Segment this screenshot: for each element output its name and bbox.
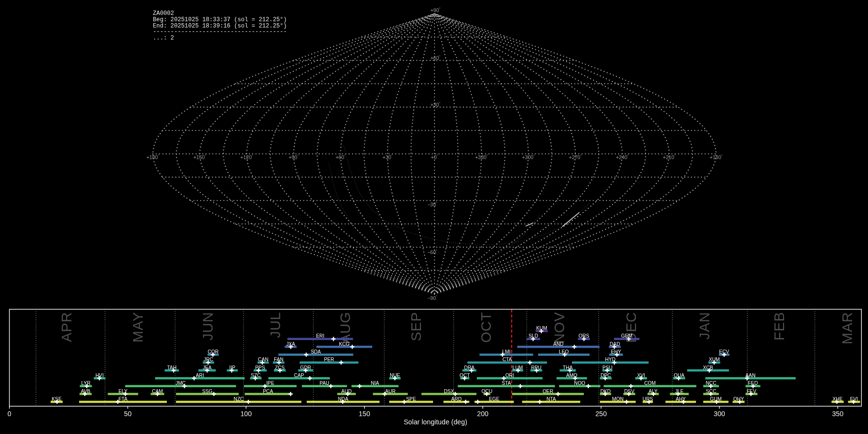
svg-text:NDA: NDA	[338, 396, 349, 402]
svg-text:GDR: GDR	[300, 365, 311, 370]
svg-text:HVI: HVI	[95, 373, 104, 378]
svg-text:TAH: TAH	[167, 365, 176, 370]
svg-text:+240°: +240°	[616, 154, 629, 160]
svg-text:DRA: DRA	[464, 365, 475, 370]
svg-text:OCT: OCT	[460, 373, 470, 378]
svg-text:NOV: NOV	[552, 312, 567, 344]
svg-text:AVB: AVB	[81, 389, 91, 394]
svg-text:JUN: JUN	[200, 312, 216, 340]
svg-text:LUM: LUM	[513, 365, 523, 370]
svg-text:DPC: DPC	[600, 373, 611, 378]
svg-text:CAN: CAN	[258, 357, 269, 362]
svg-text:+300°: +300°	[522, 154, 535, 160]
svg-text:KUM: KUM	[536, 326, 547, 331]
svg-text:ZCS: ZCS	[275, 365, 285, 370]
svg-text:+60°: +60°	[431, 55, 441, 61]
svg-text:SDA: SDA	[311, 349, 321, 354]
svg-text:SCC: SCC	[706, 389, 717, 394]
svg-text:−60°: −60°	[427, 249, 437, 255]
svg-text:GUM: GUM	[710, 396, 722, 402]
svg-text:+30°: +30°	[431, 102, 441, 108]
svg-text:300: 300	[714, 410, 725, 418]
svg-text:LYR: LYR	[81, 380, 90, 386]
svg-text:200: 200	[477, 410, 488, 418]
svg-text:AAN: AAN	[746, 373, 756, 378]
svg-text:AMO: AMO	[566, 373, 577, 378]
svg-text:CTA: CTA	[502, 357, 512, 362]
svg-text:ARI: ARI	[196, 373, 204, 378]
svg-text:PSU: PSU	[602, 365, 612, 370]
svg-text:LEO: LEO	[559, 349, 569, 354]
svg-text:ELY: ELY	[119, 389, 128, 394]
svg-text:+330°: +330°	[475, 154, 488, 160]
svg-text:JUL: JUL	[268, 312, 283, 339]
svg-text:APR: APR	[59, 312, 74, 342]
svg-text:RPU: RPU	[531, 365, 542, 370]
svg-text:ARD: ARD	[451, 396, 462, 402]
svg-text:+150°: +150°	[193, 154, 206, 160]
svg-text:DSV: DSV	[624, 389, 635, 394]
svg-text:NOO: NOO	[574, 380, 585, 386]
svg-text:OCT: OCT	[478, 312, 494, 343]
svg-text:ALY: ALY	[649, 389, 658, 394]
svg-text:SZC: SZC	[251, 373, 260, 378]
svg-text:JLE: JLE	[675, 389, 684, 394]
svg-text:+120°: +120°	[240, 154, 253, 160]
svg-text:PER: PER	[324, 357, 334, 362]
svg-text:−90°: −90°	[427, 295, 437, 301]
svg-text:50: 50	[124, 410, 132, 418]
svg-text:EGE: EGE	[489, 396, 500, 402]
svg-text:100: 100	[240, 410, 252, 418]
svg-text:ERI: ERI	[316, 333, 325, 339]
svg-text:DAD: DAD	[610, 341, 620, 347]
svg-text:ECV: ECV	[719, 349, 729, 354]
svg-text:FEV: FEV	[746, 389, 756, 394]
svg-text:THA: THA	[563, 365, 573, 370]
svg-text:NTA: NTA	[546, 396, 556, 402]
svg-text:+90°: +90°	[431, 7, 441, 13]
svg-text:JRC: JRC	[203, 357, 213, 362]
svg-text:PCA: PCA	[263, 389, 273, 394]
svg-text:NCC: NCC	[705, 380, 716, 386]
svg-text:250: 250	[596, 410, 607, 418]
svg-text:JEA: JEA	[203, 365, 212, 370]
svg-text:FTA: FTA	[119, 396, 128, 402]
svg-text:AUD: AUD	[341, 389, 352, 394]
svg-text:NZC: NZC	[234, 396, 244, 402]
svg-text:ORI: ORI	[505, 373, 514, 378]
svg-text:MAR: MAR	[840, 312, 855, 344]
svg-text:EVI: EVI	[850, 396, 858, 402]
svg-text:OCU: OCU	[481, 389, 492, 394]
svg-text:+60°: +60°	[336, 154, 346, 160]
svg-text:GEM: GEM	[621, 333, 632, 339]
svg-text:AHY: AHY	[676, 396, 686, 402]
svg-text:KCG: KCG	[339, 341, 350, 347]
svg-text:OER: OER	[542, 389, 553, 394]
svg-text:+270°: +270°	[569, 154, 582, 160]
svg-text:URS: URS	[643, 396, 653, 402]
svg-text:150: 150	[359, 410, 370, 418]
svg-text:350: 350	[832, 410, 843, 418]
svg-text:NIA: NIA	[371, 380, 379, 386]
svg-text:+180°: +180°	[147, 154, 160, 160]
svg-text:FED: FED	[748, 380, 758, 386]
svg-text:LMI: LMI	[502, 349, 511, 354]
svg-text:DSX: DSX	[444, 389, 454, 394]
svg-text:MAY: MAY	[130, 312, 146, 343]
svg-text:JXA: JXA	[286, 341, 295, 347]
svg-text:+180°: +180°	[710, 154, 723, 160]
svg-text:AUR: AUR	[385, 389, 396, 394]
svg-text:COM: COM	[644, 380, 656, 386]
svg-text:DKD: DKD	[600, 389, 611, 394]
svg-text:AND: AND	[553, 341, 564, 347]
svg-text:STA: STA	[502, 380, 511, 386]
svg-text:OHY: OHY	[733, 396, 744, 402]
svg-text:SEP: SEP	[408, 312, 424, 341]
svg-text:SSG: SSG	[202, 389, 213, 394]
svg-text:FAN: FAN	[274, 357, 284, 362]
svg-text:XVI: XVI	[637, 373, 645, 378]
svg-text:Solar longitude (deg): Solar longitude (deg)	[404, 418, 467, 426]
svg-text:CAM: CAM	[152, 389, 163, 394]
svg-text:COR: COR	[208, 349, 219, 354]
svg-text:0: 0	[8, 410, 12, 418]
